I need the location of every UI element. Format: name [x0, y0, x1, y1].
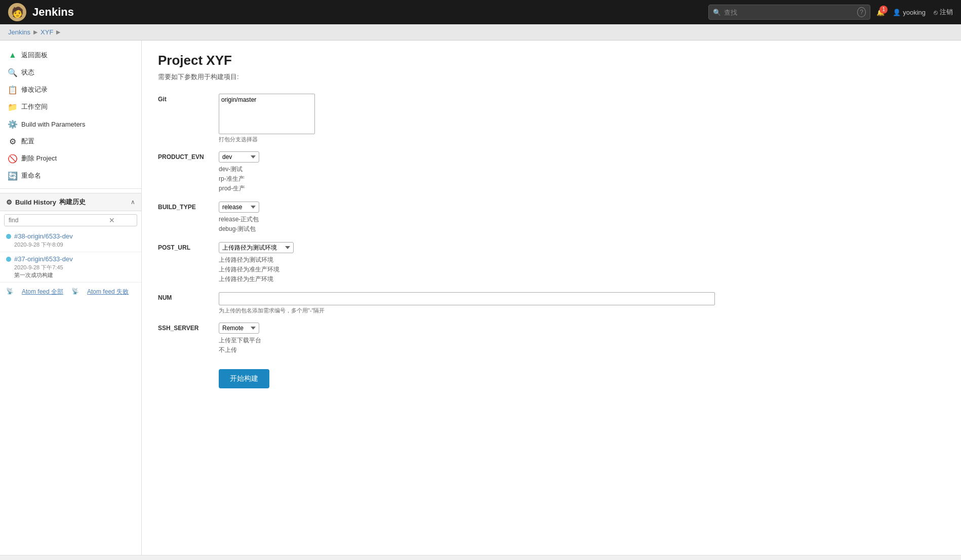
- sidebar-label-rename: 重命名: [21, 171, 41, 180]
- build-history-label-cn: 构建历史: [59, 197, 86, 207]
- build-note: 第一次成功构建: [6, 271, 135, 279]
- post-url-select[interactable]: 上传路径为测试环境 上传路径为准生产环境 上传路径为生产环境: [219, 242, 294, 253]
- params-form: Git origin/master 打包分支选择器 PRODUCT_EVN de…: [158, 92, 945, 394]
- sidebar-item-delete-project[interactable]: 🚫 删除 Project: [0, 150, 141, 167]
- sidebar-item-status[interactable]: 🔍 状态: [0, 64, 141, 81]
- num-hint: 为上传的包名添加需求编号，多个用"-"隔开: [219, 307, 945, 314]
- sidebar-icon-back-dashboard: ▲: [8, 51, 17, 60]
- build-search: ✕: [4, 214, 137, 226]
- sidebar-icon-workspace: 📁: [8, 102, 17, 111]
- sidebar-label-workspace: 工作空间: [21, 102, 48, 111]
- build-type-select[interactable]: release debug: [219, 202, 259, 213]
- build-time: 2020-9-28 下午8:09: [6, 241, 135, 249]
- build-status-dot: [6, 257, 11, 262]
- header-icons: 🔔 1 👤 yooking ⎋ 注销: [876, 8, 953, 17]
- app-header: 🧑 Jenkins 🔍 ? 🔔 1 👤 yooking ⎋ 注销: [0, 0, 961, 24]
- atom-feeds: 📡 Atom feed 全部 📡 Atom feed 失败: [0, 283, 141, 301]
- ssh-server-control: Remote 不上传 上传至下载平台 不上传: [219, 321, 945, 361]
- start-build-button[interactable]: 开始构建: [219, 369, 269, 388]
- git-row: Git origin/master 打包分支选择器: [158, 92, 945, 149]
- sidebar-icon-changes: 📋: [8, 85, 17, 94]
- sidebar-item-configure[interactable]: ⚙ 配置: [0, 133, 141, 150]
- sidebar-icon-build-with-params: ⚙️: [8, 119, 17, 129]
- main-content: Project XYF 需要如下参数用于构建项目: Git origin/mas…: [142, 41, 961, 555]
- user-icon: 👤: [893, 9, 901, 16]
- build-history-label: Build History: [15, 198, 56, 206]
- build-search-clear[interactable]: ✕: [106, 215, 118, 225]
- sidebar-item-rename[interactable]: 🔄 重命名: [0, 167, 141, 184]
- build-status-dot: [6, 234, 11, 239]
- post-url-opt-pre: 上传路径为准生产环境: [219, 265, 945, 274]
- build-type-opt-debug: debug-测试包: [219, 224, 945, 234]
- build-time: 2020-9-28 下午7:45: [6, 264, 135, 271]
- breadcrumb-project[interactable]: XYF: [41, 28, 53, 36]
- git-select[interactable]: origin/master: [219, 94, 315, 134]
- build-items-list: #38-origin/6533-dev 2020-9-28 下午8:09 #37…: [0, 229, 141, 283]
- search-input[interactable]: [724, 9, 854, 16]
- product-evn-opt-dev: dev-测试: [219, 165, 945, 174]
- build-search-input[interactable]: [5, 215, 106, 226]
- notification-badge: 1: [879, 6, 888, 14]
- ssh-server-label: SSH_SERVER: [158, 321, 219, 361]
- build-item: #37-origin/6533-dev 2020-9-28 下午7:45 第一次…: [0, 252, 141, 283]
- search-bar: 🔍 ?: [708, 5, 870, 20]
- sidebar-label-configure: 配置: [21, 137, 34, 146]
- build-item: #38-origin/6533-dev 2020-9-28 下午8:09: [0, 229, 141, 252]
- build-type-label: BUILD_TYPE: [158, 199, 219, 240]
- page-title: Project XYF: [158, 53, 945, 68]
- num-label: NUM: [158, 290, 219, 321]
- breadcrumb-sep-2: ▶: [56, 29, 60, 35]
- build-history-expand-icon[interactable]: ∧: [131, 198, 135, 206]
- build-type-control: release debug release-正式包 debug-测试包: [219, 199, 945, 240]
- main-layout: ▲ 返回面板 🔍 状态 📋 修改记录 📁 工作空间 ⚙️ Build with …: [0, 41, 961, 555]
- product-evn-label: PRODUCT_EVN: [158, 149, 219, 199]
- build-link-text: #38-origin/6533-dev: [14, 232, 73, 240]
- logout-icon: ⎋: [934, 9, 938, 16]
- sidebar-icon-delete-project: 🚫: [8, 154, 17, 163]
- sidebar-label-delete-project: 删除 Project: [21, 154, 57, 163]
- build-link-build-38[interactable]: #38-origin/6533-dev: [6, 232, 135, 240]
- sidebar-item-workspace[interactable]: 📁 工作空间: [0, 98, 141, 115]
- post-url-opt-test: 上传路径为测试环境: [219, 255, 945, 265]
- atom-feed-fail[interactable]: Atom feed 失败: [87, 288, 129, 296]
- sidebar-icon-rename: 🔄: [8, 171, 17, 180]
- notification-bell[interactable]: 🔔 1: [876, 9, 885, 16]
- product-evn-control: dev rp prod dev-测试 rp-准生产 prod-生产: [219, 149, 945, 199]
- breadcrumb: Jenkins ▶ XYF ▶: [0, 24, 961, 41]
- logout-button[interactable]: ⎋ 注销: [934, 8, 953, 17]
- sidebar-icon-configure: ⚙: [8, 137, 17, 146]
- build-link-build-37[interactable]: #37-origin/6533-dev: [6, 255, 135, 263]
- breadcrumb-root[interactable]: Jenkins: [8, 28, 30, 36]
- product-evn-options: dev-测试 rp-准生产 prod-生产: [219, 165, 945, 193]
- sidebar-nav: ▲ 返回面板 🔍 状态 📋 修改记录 📁 工作空间 ⚙️ Build with …: [0, 47, 141, 184]
- ssh-server-opt-remote: 上传至下载平台: [219, 336, 945, 345]
- sidebar-item-changes[interactable]: 📋 修改记录: [0, 81, 141, 98]
- product-evn-row: PRODUCT_EVN dev rp prod dev-测试 rp-准生产 pr…: [158, 149, 945, 199]
- product-evn-opt-prod: prod-生产: [219, 184, 945, 193]
- help-icon[interactable]: ?: [857, 7, 866, 17]
- sidebar: ▲ 返回面板 🔍 状态 📋 修改记录 📁 工作空间 ⚙️ Build with …: [0, 41, 142, 555]
- git-label: Git: [158, 92, 219, 149]
- logout-label: 注销: [940, 8, 953, 17]
- num-input[interactable]: [219, 292, 715, 305]
- num-control: 为上传的包名添加需求编号，多个用"-"隔开: [219, 290, 945, 321]
- sidebar-item-back-dashboard[interactable]: ▲ 返回面板: [0, 47, 141, 64]
- build-button-row: 开始构建: [158, 361, 945, 394]
- sidebar-divider: [0, 188, 141, 189]
- sidebar-label-build-with-params: Build with Parameters: [21, 121, 85, 128]
- app-name[interactable]: Jenkins: [32, 6, 74, 19]
- build-history-title: ⚙ Build History 构建历史: [6, 197, 86, 207]
- product-evn-select[interactable]: dev rp prod: [219, 151, 259, 163]
- build-link-text: #37-origin/6533-dev: [14, 255, 73, 263]
- gear-icon: ⚙: [6, 198, 12, 206]
- ssh-server-opt-none: 不上传: [219, 345, 945, 355]
- user-menu[interactable]: 👤 yooking: [893, 9, 926, 16]
- num-row: NUM 为上传的包名添加需求编号，多个用"-"隔开: [158, 290, 945, 321]
- ssh-server-select[interactable]: Remote 不上传: [219, 323, 259, 334]
- sidebar-item-build-with-params[interactable]: ⚙️ Build with Parameters: [0, 115, 141, 133]
- atom-feed-all[interactable]: Atom feed 全部: [22, 288, 63, 296]
- sidebar-icon-status: 🔍: [8, 68, 17, 77]
- build-type-opt-release: release-正式包: [219, 215, 945, 224]
- post-url-control: 上传路径为测试环境 上传路径为准生产环境 上传路径为生产环境 上传路径为测试环境…: [219, 240, 945, 290]
- sidebar-label-back-dashboard: 返回面板: [21, 51, 48, 60]
